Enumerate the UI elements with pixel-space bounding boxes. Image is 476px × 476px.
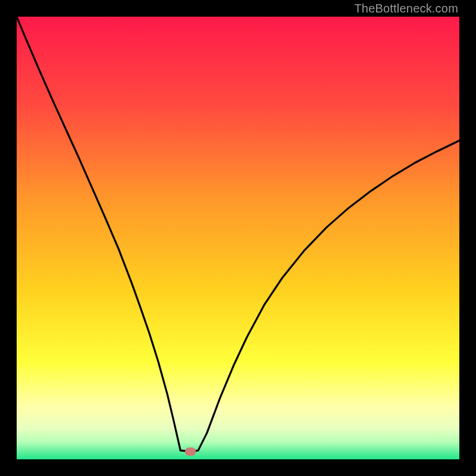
outer-frame: TheBottleneck.com (0, 0, 476, 476)
watermark-text: TheBottleneck.com (354, 0, 458, 17)
optimum-marker (185, 447, 196, 456)
bottleneck-curve (17, 17, 459, 459)
curve-path (17, 17, 459, 452)
